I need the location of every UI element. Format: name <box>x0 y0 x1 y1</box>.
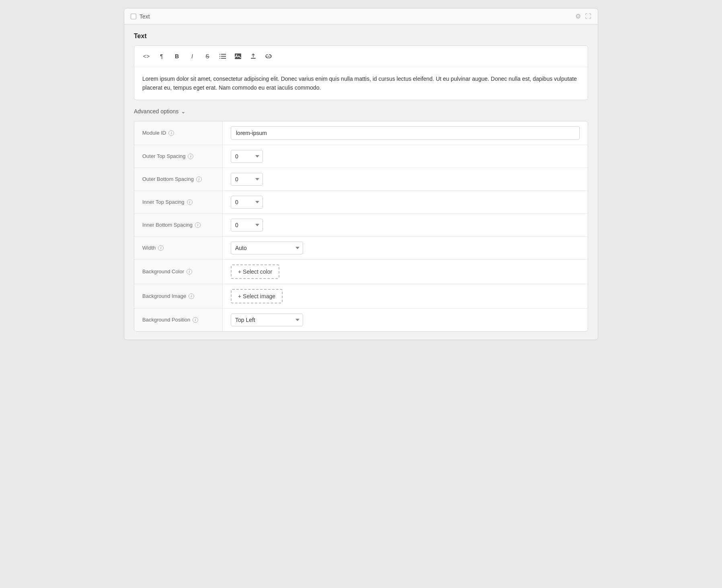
svg-rect-1 <box>221 54 226 55</box>
select-color-button[interactable]: + Select color <box>231 264 279 279</box>
svg-rect-2 <box>219 56 220 57</box>
paragraph-button[interactable]: ¶ <box>154 50 169 63</box>
background-image-label: Background Image i <box>134 284 223 308</box>
select-image-label: + Select image <box>238 293 275 299</box>
panel-header: Text ⚙ ⛶ <box>124 8 598 25</box>
editor-content[interactable]: Lorem ipsum dolor sit amet, consectetur … <box>134 67 588 100</box>
outer-bottom-spacing-select[interactable]: 0 10 20 30 <box>231 173 263 186</box>
background-position-info-icon[interactable]: i <box>193 317 198 323</box>
module-id-value <box>223 121 588 145</box>
inner-top-spacing-info-icon[interactable]: i <box>187 199 193 205</box>
advanced-options-label: Advanced options <box>134 108 178 115</box>
module-id-input[interactable] <box>231 126 580 140</box>
outer-top-spacing-value: 0 10 20 30 <box>223 145 588 168</box>
link-button[interactable] <box>261 50 276 63</box>
select-image-button[interactable]: + Select image <box>231 289 283 303</box>
header-actions: ⚙ ⛶ <box>575 12 591 20</box>
section-title: Text <box>134 33 588 40</box>
width-row: Width i Auto Full Half Third Quarter <box>134 237 588 260</box>
module-id-info-icon[interactable]: i <box>168 130 174 136</box>
svg-point-7 <box>236 55 237 56</box>
svg-rect-3 <box>221 56 226 57</box>
background-color-label: Background Color i <box>134 260 223 284</box>
panel-checkbox[interactable] <box>131 14 136 19</box>
italic-button[interactable]: I <box>185 50 199 63</box>
panel-header-left: Text <box>131 13 150 20</box>
image-button[interactable] <box>231 50 245 63</box>
expand-icon[interactable]: ⛶ <box>585 13 591 20</box>
bold-button[interactable]: B <box>170 50 184 63</box>
outer-top-spacing-label: Outer Top Spacing i <box>134 145 223 168</box>
select-color-label: + Select color <box>238 268 272 275</box>
upload-button[interactable] <box>246 50 260 63</box>
panel: Text ⚙ ⛶ Text <> ¶ B I S <box>124 8 598 340</box>
background-position-row: Background Position i Top Left Top Cente… <box>134 309 588 331</box>
text-editor: <> ¶ B I S <box>134 45 588 100</box>
strikethrough-button[interactable]: S <box>200 50 215 63</box>
background-image-value: + Select image <box>223 284 588 308</box>
advanced-options-table: Module ID i Outer Top Spacing i 0 10 <box>134 121 588 332</box>
background-color-row: Background Color i + Select color <box>134 260 588 284</box>
chevron-down-icon: ⌄ <box>181 108 186 115</box>
svg-rect-4 <box>219 58 220 59</box>
inner-bottom-spacing-select[interactable]: 0 10 20 30 <box>231 219 263 232</box>
width-label: Width i <box>134 237 223 259</box>
inner-top-spacing-label: Inner Top Spacing i <box>134 191 223 213</box>
width-value: Auto Full Half Third Quarter <box>223 237 588 259</box>
background-color-info-icon[interactable]: i <box>187 269 192 275</box>
background-image-info-icon[interactable]: i <box>189 293 194 299</box>
inner-bottom-spacing-info-icon[interactable]: i <box>195 222 201 228</box>
module-id-label: Module ID i <box>134 121 223 145</box>
width-info-icon[interactable]: i <box>158 245 164 251</box>
outer-bottom-spacing-label: Outer Bottom Spacing i <box>134 168 223 191</box>
outer-bottom-spacing-row: Outer Bottom Spacing i 0 10 20 30 <box>134 168 588 191</box>
code-button[interactable]: <> <box>139 50 154 63</box>
width-select[interactable]: Auto Full Half Third Quarter <box>231 242 303 254</box>
background-position-select[interactable]: Top Left Top Center Top Right Center Lef… <box>231 313 303 326</box>
advanced-options-toggle[interactable]: Advanced options ⌄ <box>134 108 588 115</box>
svg-rect-0 <box>219 54 220 55</box>
module-id-row: Module ID i <box>134 121 588 145</box>
inner-top-spacing-select[interactable]: 0 10 20 30 <box>231 196 263 209</box>
outer-top-spacing-select[interactable]: 0 10 20 30 <box>231 150 263 163</box>
outer-bottom-spacing-value: 0 10 20 30 <box>223 168 588 191</box>
outer-top-spacing-row: Outer Top Spacing i 0 10 20 30 <box>134 145 588 168</box>
background-image-row: Background Image i + Select image <box>134 284 588 309</box>
panel-body: Text <> ¶ B I S <box>124 25 598 340</box>
outer-top-spacing-info-icon[interactable]: i <box>188 154 193 159</box>
editor-toolbar: <> ¶ B I S <box>134 46 588 67</box>
outer-bottom-spacing-info-icon[interactable]: i <box>196 176 202 182</box>
panel-title: Text <box>139 13 150 20</box>
background-position-value: Top Left Top Center Top Right Center Lef… <box>223 309 588 331</box>
inner-bottom-spacing-row: Inner Bottom Spacing i 0 10 20 30 <box>134 214 588 237</box>
inner-bottom-spacing-label: Inner Bottom Spacing i <box>134 214 223 236</box>
inner-top-spacing-value: 0 10 20 30 <box>223 191 588 213</box>
inner-top-spacing-row: Inner Top Spacing i 0 10 20 30 <box>134 191 588 214</box>
svg-rect-8 <box>251 58 256 59</box>
gear-icon[interactable]: ⚙ <box>575 12 581 20</box>
background-position-label: Background Position i <box>134 309 223 331</box>
svg-rect-5 <box>221 58 226 59</box>
list-button[interactable] <box>215 50 230 63</box>
background-color-value: + Select color <box>223 260 588 284</box>
inner-bottom-spacing-value: 0 10 20 30 <box>223 214 588 236</box>
